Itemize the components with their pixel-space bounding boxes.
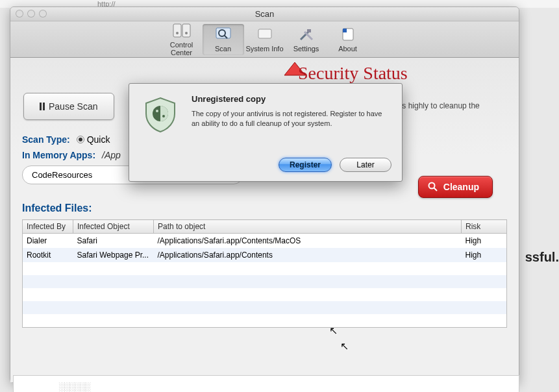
- table-row[interactable]: Rootkit Safari Webpage Pr... /Applicatio…: [23, 248, 507, 262]
- minimize-window-button[interactable]: [27, 10, 35, 18]
- table-row-empty: [23, 275, 507, 288]
- col-infected-by[interactable]: Infected By: [23, 220, 73, 234]
- traffic-lights: [16, 10, 47, 18]
- control-center-icon: [172, 23, 192, 38]
- svg-point-17: [162, 115, 165, 117]
- search-icon: [428, 182, 438, 192]
- cell-risk: High: [462, 248, 507, 262]
- col-path[interactable]: Path to object: [154, 220, 462, 234]
- svg-line-14: [434, 188, 437, 191]
- cleanup-label: Cleanup: [443, 182, 479, 192]
- table-row-empty: [23, 288, 507, 301]
- cell-path: /Applications/Safari.app/Contents: [154, 248, 462, 262]
- pause-icon: [40, 103, 45, 110]
- cell-by: Dialer: [23, 234, 73, 249]
- svg-rect-7: [258, 29, 271, 38]
- svg-point-3: [185, 32, 188, 34]
- window-title: Scan: [10, 7, 519, 21]
- scan-window: Scan Control Center Scan System Info Set…: [10, 6, 519, 383]
- titlebar: Scan: [10, 7, 519, 21]
- radio-selected-icon: [77, 136, 84, 143]
- col-risk[interactable]: Risk: [462, 220, 507, 234]
- svg-rect-10: [307, 29, 311, 32]
- scan-type-value: Quick: [87, 134, 110, 145]
- svg-point-2: [176, 32, 179, 34]
- toolbar: Control Center Scan System Info Settings…: [10, 21, 519, 58]
- in-memory-apps-label: In Memory Apps:: [22, 150, 95, 160]
- later-button[interactable]: Later: [340, 158, 391, 172]
- toolbar-item-label: System Info: [245, 45, 284, 53]
- register-button[interactable]: Register: [279, 158, 332, 172]
- close-window-button[interactable]: [16, 10, 23, 18]
- background-text-fragment: ssful.: [525, 250, 559, 265]
- pause-scan-label: Pause Scan: [49, 101, 98, 112]
- toolbar-item-label: About: [329, 45, 367, 53]
- table-row-empty: [23, 301, 507, 314]
- scan-type-quick-radio[interactable]: Quick: [77, 134, 110, 145]
- cleanup-button[interactable]: Cleanup: [418, 176, 493, 198]
- system-info-icon: [255, 27, 275, 42]
- infected-files-title: Infected Files:: [22, 202, 507, 214]
- cell-obj: Safari: [73, 234, 154, 249]
- scan-type-label: Scan Type:: [22, 134, 70, 145]
- in-memory-apps-value: /App: [102, 150, 121, 160]
- dialog-text: The copy of your antivirus is not regist…: [192, 109, 391, 129]
- scan-icon: [214, 27, 233, 42]
- cell-path: /Applications/Safari.app/Contents/MacOS: [154, 234, 462, 249]
- security-status-title: Security Status: [298, 63, 493, 84]
- cell-risk: High: [462, 234, 507, 249]
- toolbar-about[interactable]: About: [327, 24, 369, 55]
- background-scribble: ░░░░░░: [58, 382, 90, 392]
- pause-scan-button[interactable]: Pause Scan: [23, 93, 114, 120]
- toolbar-control-center[interactable]: Control Center: [161, 20, 203, 59]
- table-row-empty: [23, 262, 507, 275]
- toolbar-item-label: Control Center: [162, 41, 201, 56]
- cell-by: Rootkit: [23, 248, 73, 262]
- toolbar-item-label: Scan: [204, 45, 243, 53]
- svg-rect-1: [182, 24, 190, 37]
- toolbar-item-label: Settings: [287, 45, 326, 53]
- infected-files-table: Infected By Infected Object Path to obje…: [22, 219, 507, 328]
- about-icon: [338, 27, 358, 42]
- col-infected-object[interactable]: Infected Object: [73, 220, 154, 234]
- dialog-title: Unregistered copy: [192, 94, 391, 104]
- settings-icon: [297, 27, 316, 42]
- toolbar-scan[interactable]: Scan: [203, 24, 244, 55]
- svg-point-16: [156, 110, 158, 112]
- zoom-window-button[interactable]: [39, 10, 47, 18]
- toolbar-system-info[interactable]: System Info: [244, 24, 286, 55]
- svg-rect-0: [173, 24, 181, 37]
- shield-icon: [140, 94, 181, 136]
- table-row-empty: [23, 314, 507, 327]
- table-row[interactable]: Dialer Safari /Applications/Safari.app/C…: [23, 234, 507, 249]
- unregistered-dialog: Unregistered copy The copy of your antiv…: [129, 83, 403, 182]
- toolbar-settings[interactable]: Settings: [286, 24, 327, 55]
- cell-obj: Safari Webpage Pr...: [73, 248, 154, 262]
